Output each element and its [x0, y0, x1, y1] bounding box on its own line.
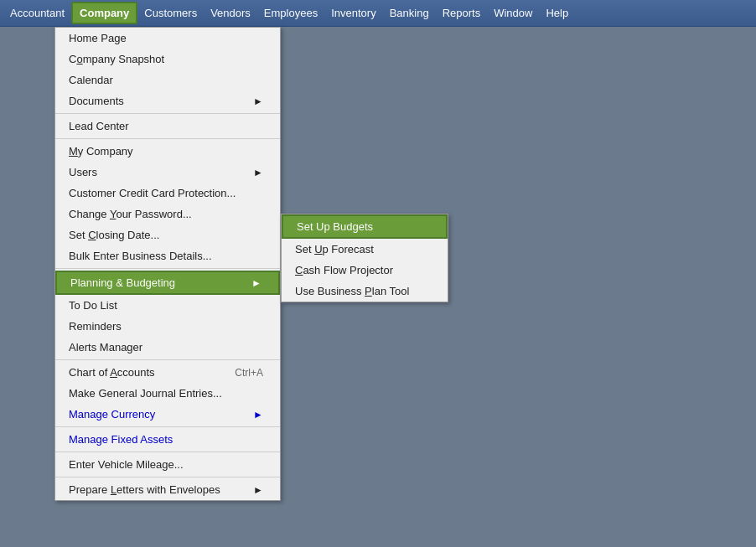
menu-set-closing-date[interactable]: Set Closing Date... [55, 224, 280, 245]
menu-planning-budgeting[interactable]: Planning & Budgeting ► [55, 271, 280, 295]
menu-calendar[interactable]: Calendar [55, 70, 280, 90]
menu-vehicle-mileage[interactable]: Enter Vehicle Mileage... [55, 454, 280, 475]
menu-inventory[interactable]: Inventory [324, 3, 382, 23]
menu-credit-card-protection[interactable]: Customer Credit Card Protection... [55, 183, 280, 204]
users-arrow: ► [253, 167, 263, 178]
menu-reminders[interactable]: Reminders [55, 316, 280, 337]
menu-home-page[interactable]: Home Page [55, 28, 280, 49]
company-dropdown: Home Page Company Snapshot Calendar Docu… [54, 27, 281, 501]
menu-banking[interactable]: Banking [383, 3, 436, 23]
menu-employees[interactable]: Employees [257, 3, 324, 23]
menu-alerts-manager[interactable]: Alerts Manager [55, 337, 280, 358]
submenu-business-plan[interactable]: Use Business Plan Tool [282, 281, 448, 302]
menu-manage-currency[interactable]: Manage Currency ► [55, 404, 280, 425]
submenu-cash-flow[interactable]: Cash Flow Projector [282, 260, 448, 281]
separator-1 [55, 113, 280, 114]
menu-bulk-enter[interactable]: Bulk Enter Business Details... [55, 245, 280, 266]
menu-change-password[interactable]: Change Your Password... [55, 204, 280, 224]
menu-my-company[interactable]: My Company [55, 141, 280, 162]
menu-prepare-letters[interactable]: Prepare Letters with Envelopes ► [55, 479, 280, 500]
menu-users[interactable]: Users ► [55, 162, 280, 183]
chart-shortcut: Ctrl+A [235, 367, 263, 379]
separator-4 [55, 359, 280, 360]
menubar: Accountant Company Customers Vendors Emp… [0, 0, 756, 27]
menu-company[interactable]: Company [71, 2, 137, 24]
menu-chart-of-accounts[interactable]: Chart of Accounts Ctrl+A [55, 362, 280, 383]
separator-5 [55, 426, 280, 427]
menu-lead-center[interactable]: Lead Center [55, 116, 280, 137]
documents-arrow: ► [253, 95, 263, 107]
submenu-setup-budgets[interactable]: Set Up Budgets [282, 214, 448, 239]
menu-journal-entries[interactable]: Make General Journal Entries... [55, 383, 280, 404]
separator-2 [55, 138, 280, 139]
planning-submenu: Set Up Budgets Set Up Forecast Cash Flow… [281, 214, 448, 302]
menu-customers[interactable]: Customers [137, 3, 204, 23]
planning-arrow: ► [251, 277, 261, 289]
menu-accountant[interactable]: Accountant [3, 3, 71, 23]
menu-company-snapshot[interactable]: Company Snapshot [55, 49, 280, 70]
menu-documents[interactable]: Documents ► [55, 90, 280, 111]
menu-reports[interactable]: Reports [436, 3, 488, 23]
menu-todo-list[interactable]: To Do List [55, 295, 280, 316]
menu-vendors[interactable]: Vendors [204, 3, 257, 23]
menu-window[interactable]: Window [487, 3, 539, 23]
separator-7 [55, 477, 280, 477]
separator-3 [55, 268, 280, 269]
currency-arrow: ► [253, 409, 263, 421]
menu-help[interactable]: Help [539, 3, 575, 23]
letters-arrow: ► [253, 484, 263, 496]
menu-manage-fixed-assets[interactable]: Manage Fixed Assets [55, 429, 280, 450]
submenu-setup-forecast[interactable]: Set Up Forecast [282, 239, 448, 260]
separator-6 [55, 452, 280, 452]
